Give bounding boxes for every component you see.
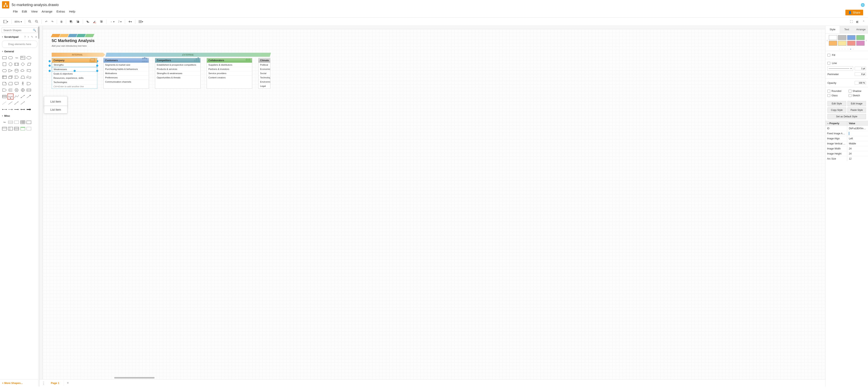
shape-conn-both[interactable] (20, 107, 25, 112)
card-competitors[interactable]: Competitors Established & prospective co… (155, 58, 200, 89)
format-panel-icon[interactable]: ◧ (855, 19, 860, 24)
shape-ellipse[interactable] (26, 55, 32, 61)
swatch[interactable] (856, 35, 865, 40)
swatch-prev-icon[interactable]: ‹ (826, 38, 828, 42)
glass-checkbox[interactable] (828, 94, 830, 97)
shape-bidir-thin[interactable] (14, 100, 19, 106)
opacity-input[interactable] (855, 81, 866, 85)
edit-image-button[interactable]: Edit Image (847, 101, 866, 106)
card-row[interactable]: Goals & objectives (52, 72, 97, 76)
help-icon[interactable]: ? (24, 35, 26, 38)
card-row[interactable]: Motivations (103, 71, 149, 75)
add-scratchpad-icon[interactable]: + (27, 35, 30, 38)
shape-heading[interactable] (20, 55, 25, 61)
card-climate[interactable]: Climate Political Economic Social Techno… (258, 58, 270, 89)
edit-scratchpad-icon[interactable]: ✎ (30, 35, 34, 38)
canvas[interactable]: 5C Marketing Analysis Add your own intro… (39, 26, 825, 387)
card-row[interactable]: Segments & market size (103, 63, 149, 67)
diagram-subtitle[interactable]: Add your own introductory text here (52, 45, 270, 47)
shape-title[interactable]: Title (2, 119, 7, 125)
to-front-icon[interactable] (68, 19, 74, 24)
menu-file[interactable]: File (13, 10, 18, 15)
shape-tape[interactable] (26, 74, 32, 80)
more-shapes-button[interactable]: + More Shapes... (0, 379, 39, 387)
card-row[interactable]: Communication channels (103, 80, 149, 84)
card-row[interactable]: Weaknesses (52, 67, 97, 72)
card-customers[interactable]: Customers Segments & market size Purchas… (103, 58, 149, 89)
selection-handle[interactable] (49, 70, 51, 72)
connection-icon[interactable]: → ▾ (108, 19, 116, 24)
zoom-out-icon[interactable] (34, 19, 39, 24)
canvas-horizontal-scrollbar[interactable] (114, 377, 155, 379)
shape-step[interactable] (14, 74, 19, 80)
page-tab[interactable]: Page 1 (46, 380, 64, 386)
prop-value[interactable] (847, 131, 868, 136)
paste-style-button[interactable]: Paste Style (847, 107, 866, 113)
swatch[interactable] (838, 35, 846, 40)
prop-value[interactable]: Middle (847, 141, 868, 146)
card-header[interactable]: Customers (103, 58, 149, 63)
swatch[interactable] (829, 35, 837, 40)
card-header[interactable]: Company (52, 58, 97, 63)
document-title[interactable]: 5c-marketing-analysis.drawio (12, 3, 857, 7)
menu-extras[interactable]: Extras (57, 10, 65, 15)
redo-icon[interactable]: ↷ (50, 19, 55, 24)
shape-table4[interactable] (8, 126, 13, 132)
prop-value[interactable]: 24 (847, 151, 868, 156)
scratchpad-dropzone[interactable]: Drag elements here (2, 40, 37, 48)
shape-card[interactable] (8, 81, 13, 86)
shape-table3[interactable] (2, 126, 7, 132)
perimeter-input[interactable] (855, 72, 866, 76)
shape-link[interactable] (2, 107, 7, 112)
card-row-hint[interactable]: Ctrl+Enter to add another line (52, 84, 97, 88)
swatch-page-indicator[interactable]: ○ ○ ○ ○ ● ○ (826, 47, 868, 51)
shape-dashed[interactable] (2, 100, 7, 106)
shape-trapezoid[interactable] (20, 74, 25, 80)
shape-note[interactable] (2, 81, 7, 86)
undo-icon[interactable]: ↶ (44, 19, 49, 24)
shape-conn-thick[interactable] (26, 107, 32, 112)
fixed-aspect-checkbox[interactable] (849, 132, 849, 135)
delete-icon[interactable]: 🗑 (59, 19, 64, 24)
shape-circle[interactable] (8, 61, 13, 67)
card-row[interactable]: Suppliers & distributors (207, 63, 252, 67)
menu-view[interactable]: View (31, 10, 37, 15)
card-company[interactable]: Company Strengths Weaknesses Goals & obj… (52, 58, 97, 89)
app-logo[interactable] (2, 1, 9, 8)
card-row[interactable]: Strengths (52, 63, 97, 67)
fullscreen-icon[interactable]: ⛶ (849, 19, 854, 24)
card-row[interactable]: Partners & investors (207, 67, 252, 71)
tab-arrange[interactable]: Arrange (854, 26, 868, 33)
menu-help[interactable]: Help (69, 10, 75, 15)
zoom-level[interactable]: 85% ▾ (14, 20, 23, 23)
card-collaborators[interactable]: Collaborators Suppliers & distributors P… (207, 58, 252, 89)
pages-menu-icon[interactable]: ⋮ (41, 381, 46, 385)
tab-text[interactable]: Text (840, 26, 854, 33)
prop-value[interactable]: 12 (847, 156, 868, 161)
waypoint-icon[interactable]: ⤴ ▾ (117, 19, 123, 24)
shape-hexagon[interactable] (2, 68, 7, 74)
swatch[interactable] (847, 35, 856, 40)
shadow-checkbox[interactable] (849, 90, 851, 92)
shape-diamond[interactable] (20, 61, 25, 67)
insert-icon[interactable]: + ▾ (127, 19, 133, 24)
shape-text[interactable]: Text (14, 55, 19, 61)
rounded-checkbox[interactable] (828, 90, 830, 92)
prop-value[interactable]: DbFsdJBXNnSYC (847, 126, 868, 131)
line-checkbox[interactable] (828, 62, 830, 65)
edit-style-button[interactable]: Edit Style (828, 101, 846, 106)
shape-rounded-rect[interactable] (8, 55, 13, 61)
search-shapes-input[interactable] (2, 27, 38, 33)
shape-or[interactable] (26, 81, 32, 86)
sidebar-scrollbar[interactable] (38, 27, 39, 39)
card-row[interactable]: Technologies (52, 80, 97, 84)
card-row[interactable]: Preferences (103, 75, 149, 80)
close-scratchpad-icon[interactable]: ✕ (34, 35, 38, 38)
swatch[interactable] (838, 41, 846, 46)
card-row[interactable]: Environmental (258, 80, 270, 84)
fill-color-icon[interactable] (85, 19, 91, 24)
line-width-input[interactable] (855, 67, 866, 70)
fill-checkbox[interactable] (828, 54, 830, 57)
shape-actor[interactable] (20, 81, 25, 86)
search-icon[interactable]: 🔍 (33, 29, 36, 32)
